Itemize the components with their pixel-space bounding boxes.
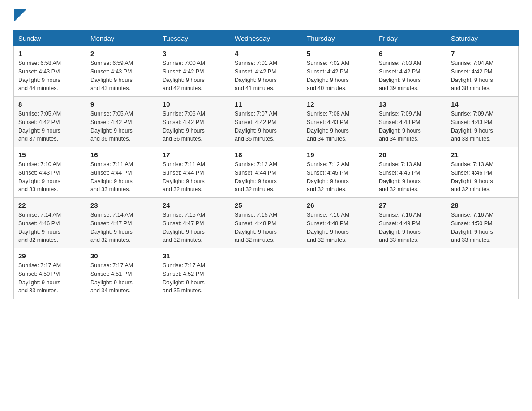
calendar-cell: 16Sunrise: 7:11 AMSunset: 4:44 PMDayligh… xyxy=(86,147,158,198)
calendar-week-row: 8Sunrise: 7:05 AMSunset: 4:42 PMDaylight… xyxy=(14,97,519,147)
calendar-cell: 12Sunrise: 7:08 AMSunset: 4:43 PMDayligh… xyxy=(302,97,374,147)
day-info: Sunrise: 7:16 AMSunset: 4:48 PMDaylight:… xyxy=(307,211,369,244)
day-info: Sunrise: 7:11 AMSunset: 4:44 PMDaylight:… xyxy=(163,160,225,194)
day-number: 3 xyxy=(163,50,225,57)
day-number: 12 xyxy=(307,100,369,108)
day-number: 19 xyxy=(307,151,369,158)
day-info: Sunrise: 7:02 AMSunset: 4:42 PMDaylight:… xyxy=(307,59,369,93)
day-number: 4 xyxy=(235,50,297,57)
day-info: Sunrise: 7:09 AMSunset: 4:43 PMDaylight:… xyxy=(451,110,514,143)
day-info: Sunrise: 7:01 AMSunset: 4:42 PMDaylight:… xyxy=(235,59,297,93)
day-info: Sunrise: 7:14 AMSunset: 4:47 PMDaylight:… xyxy=(90,211,153,244)
calendar-header-row: SundayMondayTuesdayWednesdayThursdayFrid… xyxy=(14,31,519,46)
day-info: Sunrise: 7:12 AMSunset: 4:44 PMDaylight:… xyxy=(235,160,297,194)
calendar-table: SundayMondayTuesdayWednesdayThursdayFrid… xyxy=(13,30,519,299)
calendar-cell xyxy=(374,248,446,299)
day-info: Sunrise: 7:14 AMSunset: 4:46 PMDaylight:… xyxy=(18,211,81,244)
day-info: Sunrise: 7:07 AMSunset: 4:42 PMDaylight:… xyxy=(235,110,297,143)
day-number: 21 xyxy=(451,151,514,158)
calendar-week-row: 29Sunrise: 7:17 AMSunset: 4:50 PMDayligh… xyxy=(14,248,519,299)
calendar-cell: 19Sunrise: 7:12 AMSunset: 4:45 PMDayligh… xyxy=(302,147,374,198)
day-number: 25 xyxy=(235,201,297,209)
day-number: 17 xyxy=(163,151,225,158)
day-info: Sunrise: 7:16 AMSunset: 4:49 PMDaylight:… xyxy=(379,211,442,244)
day-number: 31 xyxy=(163,252,225,260)
calendar-cell: 5Sunrise: 7:02 AMSunset: 4:42 PMDaylight… xyxy=(302,46,374,97)
day-info: Sunrise: 7:10 AMSunset: 4:43 PMDaylight:… xyxy=(18,160,81,194)
day-number: 10 xyxy=(163,100,225,108)
day-info: Sunrise: 7:12 AMSunset: 4:45 PMDaylight:… xyxy=(307,160,369,194)
day-number: 7 xyxy=(451,50,514,57)
day-info: Sunrise: 6:58 AMSunset: 4:43 PMDaylight:… xyxy=(18,59,81,93)
day-info: Sunrise: 7:04 AMSunset: 4:42 PMDaylight:… xyxy=(451,59,514,93)
calendar-cell: 27Sunrise: 7:16 AMSunset: 4:49 PMDayligh… xyxy=(374,198,446,248)
day-info: Sunrise: 7:15 AMSunset: 4:47 PMDaylight:… xyxy=(163,211,225,244)
day-number: 9 xyxy=(90,100,153,108)
day-info: Sunrise: 7:00 AMSunset: 4:42 PMDaylight:… xyxy=(163,59,225,93)
day-number: 28 xyxy=(451,201,514,209)
day-number: 2 xyxy=(90,50,153,57)
weekday-header-wednesday: Wednesday xyxy=(230,31,302,46)
day-number: 11 xyxy=(235,100,297,108)
day-info: Sunrise: 7:13 AMSunset: 4:45 PMDaylight:… xyxy=(379,160,442,194)
calendar-cell: 15Sunrise: 7:10 AMSunset: 4:43 PMDayligh… xyxy=(14,147,86,198)
calendar-cell: 9Sunrise: 7:05 AMSunset: 4:42 PMDaylight… xyxy=(86,97,158,147)
day-info: Sunrise: 7:11 AMSunset: 4:44 PMDaylight:… xyxy=(90,160,153,194)
day-number: 24 xyxy=(163,201,225,209)
day-number: 1 xyxy=(18,50,81,57)
day-info: Sunrise: 7:16 AMSunset: 4:50 PMDaylight:… xyxy=(451,211,514,244)
weekday-header-sunday: Sunday xyxy=(14,31,86,46)
day-number: 27 xyxy=(379,201,442,209)
day-info: Sunrise: 7:17 AMSunset: 4:52 PMDaylight:… xyxy=(163,261,225,295)
logo-arrow-icon xyxy=(14,9,27,21)
logo xyxy=(13,9,27,21)
day-number: 26 xyxy=(307,201,369,209)
calendar-week-row: 1Sunrise: 6:58 AMSunset: 4:43 PMDaylight… xyxy=(14,46,519,97)
page-header xyxy=(13,9,519,21)
weekday-header-thursday: Thursday xyxy=(302,31,374,46)
day-info: Sunrise: 7:13 AMSunset: 4:46 PMDaylight:… xyxy=(451,160,514,194)
weekday-header-tuesday: Tuesday xyxy=(158,31,230,46)
calendar-cell: 24Sunrise: 7:15 AMSunset: 4:47 PMDayligh… xyxy=(158,198,230,248)
day-info: Sunrise: 7:05 AMSunset: 4:42 PMDaylight:… xyxy=(18,110,81,143)
calendar-cell xyxy=(230,248,302,299)
calendar-cell xyxy=(302,248,374,299)
calendar-cell: 25Sunrise: 7:15 AMSunset: 4:48 PMDayligh… xyxy=(230,198,302,248)
calendar-cell: 17Sunrise: 7:11 AMSunset: 4:44 PMDayligh… xyxy=(158,147,230,198)
calendar-cell: 14Sunrise: 7:09 AMSunset: 4:43 PMDayligh… xyxy=(446,97,519,147)
day-info: Sunrise: 7:17 AMSunset: 4:51 PMDaylight:… xyxy=(90,261,153,295)
weekday-header-saturday: Saturday xyxy=(446,31,519,46)
calendar-cell: 4Sunrise: 7:01 AMSunset: 4:42 PMDaylight… xyxy=(230,46,302,97)
day-number: 20 xyxy=(379,151,442,158)
calendar-cell: 28Sunrise: 7:16 AMSunset: 4:50 PMDayligh… xyxy=(446,198,519,248)
day-number: 29 xyxy=(18,252,81,260)
calendar-cell: 11Sunrise: 7:07 AMSunset: 4:42 PMDayligh… xyxy=(230,97,302,147)
calendar-cell: 8Sunrise: 7:05 AMSunset: 4:42 PMDaylight… xyxy=(14,97,86,147)
calendar-cell: 31Sunrise: 7:17 AMSunset: 4:52 PMDayligh… xyxy=(158,248,230,299)
calendar-cell: 3Sunrise: 7:00 AMSunset: 4:42 PMDaylight… xyxy=(158,46,230,97)
calendar-cell: 18Sunrise: 7:12 AMSunset: 4:44 PMDayligh… xyxy=(230,147,302,198)
calendar-cell: 13Sunrise: 7:09 AMSunset: 4:43 PMDayligh… xyxy=(374,97,446,147)
day-number: 30 xyxy=(90,252,153,260)
day-info: Sunrise: 7:03 AMSunset: 4:42 PMDaylight:… xyxy=(379,59,442,93)
day-number: 8 xyxy=(18,100,81,108)
day-info: Sunrise: 7:17 AMSunset: 4:50 PMDaylight:… xyxy=(18,261,81,295)
day-number: 15 xyxy=(18,151,81,158)
calendar-week-row: 15Sunrise: 7:10 AMSunset: 4:43 PMDayligh… xyxy=(14,147,519,198)
calendar-cell: 22Sunrise: 7:14 AMSunset: 4:46 PMDayligh… xyxy=(14,198,86,248)
day-number: 6 xyxy=(379,50,442,57)
day-info: Sunrise: 6:59 AMSunset: 4:43 PMDaylight:… xyxy=(90,59,153,93)
calendar-cell: 23Sunrise: 7:14 AMSunset: 4:47 PMDayligh… xyxy=(86,198,158,248)
calendar-cell: 6Sunrise: 7:03 AMSunset: 4:42 PMDaylight… xyxy=(374,46,446,97)
day-info: Sunrise: 7:05 AMSunset: 4:42 PMDaylight:… xyxy=(90,110,153,143)
day-number: 23 xyxy=(90,201,153,209)
calendar-cell: 2Sunrise: 6:59 AMSunset: 4:43 PMDaylight… xyxy=(86,46,158,97)
calendar-cell: 30Sunrise: 7:17 AMSunset: 4:51 PMDayligh… xyxy=(86,248,158,299)
calendar-cell: 29Sunrise: 7:17 AMSunset: 4:50 PMDayligh… xyxy=(14,248,86,299)
day-number: 5 xyxy=(307,50,369,57)
day-number: 16 xyxy=(90,151,153,158)
day-info: Sunrise: 7:06 AMSunset: 4:42 PMDaylight:… xyxy=(163,110,225,143)
day-info: Sunrise: 7:15 AMSunset: 4:48 PMDaylight:… xyxy=(235,211,297,244)
day-number: 14 xyxy=(451,100,514,108)
weekday-header-monday: Monday xyxy=(86,31,158,46)
